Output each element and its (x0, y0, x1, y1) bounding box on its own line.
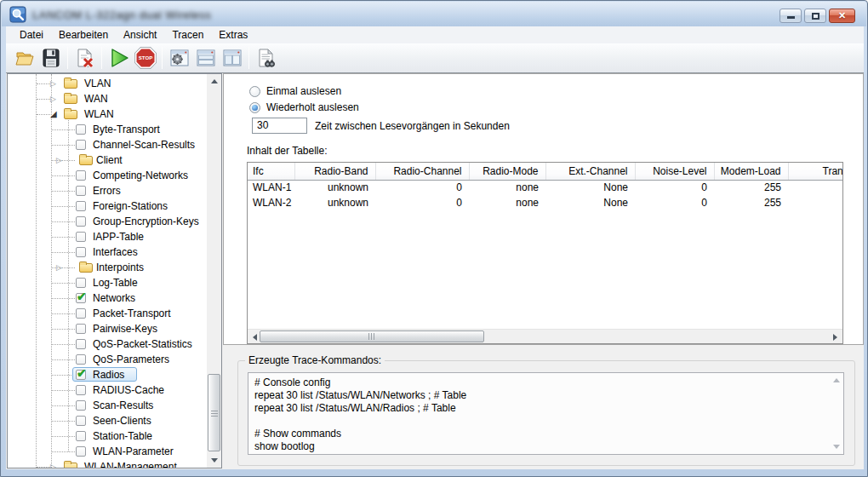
checked-checkbox[interactable] (76, 293, 86, 303)
unchecked-checkbox[interactable] (76, 308, 86, 319)
expand-arrow-icon[interactable]: ▷ (50, 91, 56, 106)
tree-item-wlan[interactable]: ◢WLAN (8, 106, 207, 122)
unchecked-checkbox[interactable] (76, 170, 86, 181)
tree-item-wan[interactable]: ▷WAN (8, 91, 207, 106)
tree-item-interfaces[interactable]: Interfaces (8, 244, 207, 260)
menu-tracen[interactable]: Tracen (164, 27, 211, 43)
read-once-option[interactable]: Einmal auslesen (249, 84, 341, 98)
table-row-wlan-2[interactable]: WLAN-2unknown0noneNone0255 (248, 195, 843, 210)
expand-arrow-icon[interactable]: ▷ (50, 76, 56, 91)
tree-item-byte-transport[interactable]: Byte-Transport (8, 122, 207, 137)
tree-item-group-encryption-keys[interactable]: Group-Encryption-Keys (8, 214, 207, 229)
tree-item-errors[interactable]: Errors (8, 183, 207, 198)
column-header-ext-channel[interactable]: Ext.-Channel (545, 163, 635, 180)
split-horizontal-button[interactable] (192, 45, 219, 71)
unchecked-checkbox[interactable] (76, 416, 86, 426)
tree-item-log-table[interactable]: Log-Table (8, 275, 207, 290)
scroll-down-button[interactable] (829, 440, 843, 454)
tree-item-pairwise-keys[interactable]: Pairwise-Keys (8, 321, 207, 336)
unchecked-checkbox[interactable] (76, 354, 86, 365)
tree-item-networks[interactable]: Networks (8, 290, 207, 306)
tree-item-wlan-parameter[interactable]: WLAN-Parameter (8, 444, 207, 459)
menu-bearbeiten[interactable]: Bearbeiten (51, 27, 116, 43)
table-row-wlan-1[interactable]: WLAN-1unknown0noneNone0255 (248, 180, 843, 195)
unchecked-checkbox[interactable] (76, 446, 86, 457)
tree-item-label: QoS-Packet-Statistics (93, 336, 192, 352)
scrollbar-thumb[interactable] (260, 330, 484, 342)
minimize-button[interactable] (779, 9, 802, 23)
tree-item-seen-clients[interactable]: Seen-Clients (8, 413, 207, 428)
column-header-radio-band[interactable]: Radio-Band (294, 163, 375, 180)
find-button[interactable] (253, 45, 279, 71)
expand-arrow-icon[interactable]: ▷ (50, 459, 56, 468)
radio-unselected-icon[interactable] (249, 86, 260, 97)
tree-item-scan-results[interactable]: Scan-Results (8, 398, 207, 413)
unchecked-checkbox[interactable] (76, 431, 86, 441)
scroll-up-button[interactable] (829, 373, 843, 388)
menu-datei[interactable]: Datei (12, 27, 51, 43)
tree-item-vlan[interactable]: ▷VLAN (8, 76, 207, 91)
expand-arrow-icon[interactable]: ▷ (56, 260, 62, 275)
trace-settings-button[interactable] (166, 45, 192, 71)
scroll-right-button[interactable] (828, 330, 842, 344)
unchecked-checkbox[interactable] (76, 201, 86, 211)
collapse-arrow-icon[interactable]: ◢ (50, 106, 57, 122)
split-vertical-button[interactable] (219, 45, 245, 71)
read-repeat-option[interactable]: Wiederholt auslesen (249, 101, 359, 114)
unchecked-checkbox[interactable] (76, 278, 86, 288)
tree-item-foreign-stations[interactable]: Foreign-Stations (8, 198, 207, 214)
close-button[interactable]: ✕ (829, 9, 855, 23)
stop-trace-button[interactable]: STOP (132, 45, 158, 71)
table-header-row: IfcRadio-BandRadio-ChannelRadio-ModeExt.… (248, 163, 843, 180)
unchecked-checkbox[interactable] (76, 400, 86, 411)
radio-selected-icon[interactable] (249, 102, 260, 113)
title-bar[interactable]: LANCOM L-322agn dual Wireless ✕ (2, 2, 866, 26)
start-trace-button[interactable] (106, 45, 132, 71)
tree-item-channel-scan-results[interactable]: Channel-Scan-Results (8, 137, 207, 152)
unchecked-checkbox[interactable] (76, 339, 86, 349)
tree-item-client[interactable]: ▷Client (8, 152, 207, 168)
tree-scrollbar[interactable] (207, 74, 221, 468)
tree-item-competing-networks[interactable]: Competing-Networks (8, 168, 207, 183)
unchecked-checkbox[interactable] (76, 232, 86, 242)
scroll-up-button[interactable] (207, 74, 221, 89)
tree-item-station-table[interactable]: Station-Table (8, 428, 207, 444)
clear-trace-button[interactable] (71, 45, 98, 71)
tree-item-iapp-table[interactable]: IAPP-Table (8, 229, 207, 244)
tree-item-wlan-management[interactable]: ▷WLAN-Management (8, 459, 207, 468)
unchecked-checkbox[interactable] (76, 140, 86, 150)
expand-arrow-icon[interactable]: ▷ (56, 152, 62, 168)
menu-extras[interactable]: Extras (211, 27, 255, 43)
scrollbar-thumb[interactable] (208, 374, 220, 451)
column-header-radio-mode[interactable]: Radio-Mode (469, 163, 545, 180)
menu-ansicht[interactable]: Ansicht (116, 27, 164, 43)
unchecked-checkbox[interactable] (76, 124, 86, 135)
tree-item-qos-packet-statistics[interactable]: QoS-Packet-Statistics (8, 336, 207, 352)
commands-scrollbar[interactable] (829, 373, 843, 454)
tree-item-label: WLAN-Parameter (93, 444, 174, 459)
scroll-down-button[interactable] (207, 453, 221, 468)
unchecked-checkbox[interactable] (76, 247, 86, 257)
column-header-modem-load[interactable]: Modem-Load (714, 163, 788, 180)
tree-item-radius-cache[interactable]: RADIUS-Cache (8, 382, 207, 398)
trace-commands-box[interactable]: # Console configrepeat 30 list /Status/W… (248, 372, 844, 455)
tree-item-qos-parameters[interactable]: QoS-Parameters (8, 352, 207, 367)
tree-item-radios[interactable]: Radios (8, 367, 207, 382)
read-once-label: Einmal auslesen (266, 85, 341, 97)
column-header-ifc[interactable]: Ifc (248, 163, 294, 180)
tree-item-interpoints[interactable]: ▷Interpoints (8, 260, 207, 275)
interval-input[interactable]: 30 (252, 118, 307, 134)
restore-button[interactable] (804, 9, 826, 23)
column-header-tran[interactable]: Tran (788, 163, 843, 180)
table-horizontal-scrollbar[interactable] (248, 329, 842, 343)
column-header-radio-channel[interactable]: Radio-Channel (375, 163, 469, 180)
tree-item-packet-transport[interactable]: Packet-Transport (8, 306, 207, 321)
column-header-noise-level[interactable]: Noise-Level (635, 163, 714, 180)
unchecked-checkbox[interactable] (76, 324, 86, 334)
checked-checkbox[interactable] (76, 370, 86, 380)
unchecked-checkbox[interactable] (76, 216, 86, 227)
unchecked-checkbox[interactable] (76, 186, 86, 196)
save-button[interactable] (37, 45, 64, 71)
unchecked-checkbox[interactable] (76, 385, 86, 395)
open-button[interactable] (11, 45, 37, 71)
